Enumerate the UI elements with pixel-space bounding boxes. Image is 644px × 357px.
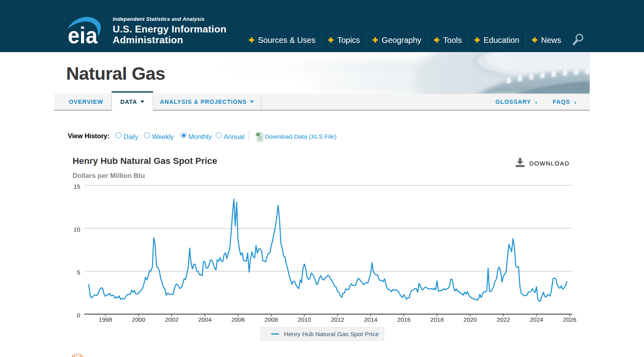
svg-text:0: 0	[77, 312, 80, 319]
svg-text:1998: 1998	[99, 316, 112, 323]
svg-text:10: 10	[73, 226, 80, 233]
svg-text:2024: 2024	[530, 316, 543, 323]
svg-text:2014: 2014	[364, 316, 377, 323]
svg-text:2008: 2008	[265, 316, 278, 323]
svg-text:2004: 2004	[198, 316, 211, 323]
svg-text:2000: 2000	[132, 316, 145, 323]
svg-text:2012: 2012	[331, 316, 344, 323]
svg-text:2002: 2002	[165, 316, 178, 323]
svg-text:2010: 2010	[298, 316, 311, 323]
svg-text:2026: 2026	[563, 316, 576, 323]
svg-text:2022: 2022	[497, 316, 510, 323]
svg-text:2016: 2016	[397, 316, 410, 323]
svg-text:2018: 2018	[430, 316, 444, 323]
svg-text:2006: 2006	[231, 316, 245, 323]
svg-text:2020: 2020	[464, 316, 477, 323]
svg-text:5: 5	[77, 269, 80, 276]
svg-text:15: 15	[73, 183, 80, 190]
